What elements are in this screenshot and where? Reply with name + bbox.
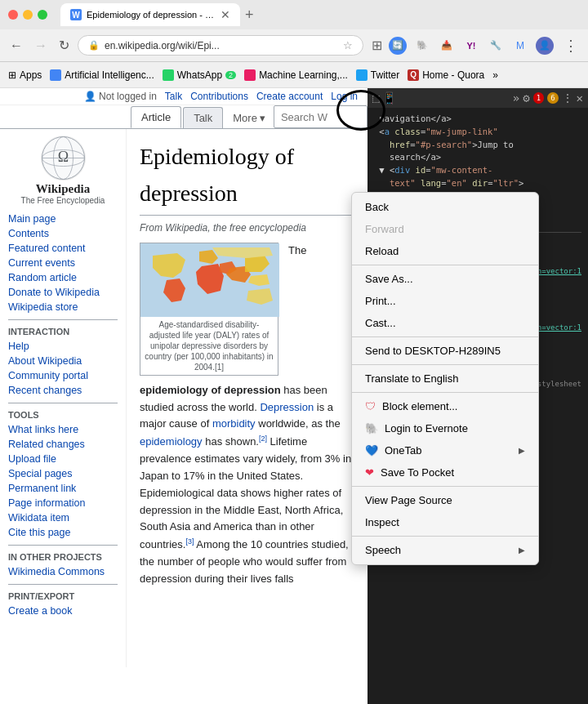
cm-save-as[interactable]: Save As... — [352, 268, 538, 290]
cm-view-source[interactable]: View Page Source — [352, 489, 538, 511]
sidebar-link-permanent[interactable]: Permanent link — [8, 481, 118, 496]
sidebar-nav-main: Main page Contents Featured content Curr… — [8, 212, 118, 314]
sidebar-section-tools: Tools — [8, 410, 118, 420]
sidebar-link-contents[interactable]: Contents — [8, 226, 118, 241]
create-account-link[interactable]: Create account — [256, 91, 323, 102]
sidebar-divider-4 — [8, 584, 118, 585]
extension2-icon[interactable]: 🔧 — [487, 37, 505, 55]
minimize-button[interactable] — [23, 10, 33, 20]
back-button[interactable]: ← — [7, 37, 26, 55]
reload-button[interactable]: ↻ — [56, 36, 73, 55]
traffic-lights[interactable] — [8, 10, 47, 20]
wiki-page: 👤 Not logged in Talk Contributions Creat… — [0, 88, 368, 704]
settings-icon[interactable]: ⚙ — [523, 91, 529, 105]
cm-block-element-label: Block element... — [382, 400, 458, 412]
code-line-6: text" lang="en" dir="ltr"> — [374, 177, 581, 190]
sidebar-section-print: Print/export — [8, 591, 118, 601]
tab-talk[interactable]: Talk — [183, 107, 223, 128]
account-icon[interactable]: M — [511, 37, 529, 55]
sidebar-link-random[interactable]: Random article — [8, 270, 118, 285]
cm-print[interactable]: Print... — [352, 290, 538, 312]
cm-reload[interactable]: Reload — [352, 240, 538, 262]
yahoo-icon[interactable]: Y! — [462, 37, 480, 55]
bookmark-quora[interactable]: Q Home - Quora — [408, 69, 484, 81]
sidebar-link-wikidata[interactable]: Wikidata item — [8, 510, 118, 525]
bookmark-whatsapp[interactable]: WhatsApp 2 — [163, 69, 236, 81]
evernote-icon[interactable]: 🐘 — [413, 37, 431, 55]
star-icon[interactable]: ☆ — [343, 39, 353, 51]
morbidity-link[interactable]: morbidity — [212, 417, 256, 430]
element-picker-icon[interactable]: ⬚ — [372, 91, 379, 105]
active-tab[interactable]: W Epidemiology of depression - W... ✕ — [60, 3, 240, 26]
sidebar-link-current-events[interactable]: Current events — [8, 256, 118, 270]
tab-close-icon[interactable]: ✕ — [220, 8, 230, 21]
sidebar-link-commons[interactable]: Wikimedia Commons — [8, 564, 118, 579]
sidebar-link-page-info[interactable]: Page information — [8, 496, 118, 510]
sidebar-link-about[interactable]: About Wikipedia — [8, 354, 118, 368]
profile-icon[interactable]: 👤 — [536, 37, 554, 55]
cm-translate[interactable]: Translate to English — [352, 368, 538, 390]
cm-cast-label: Cast... — [365, 317, 396, 329]
wiki-logo-title: Wikipedia — [36, 182, 90, 196]
search-input[interactable] — [274, 109, 368, 126]
bookmark-more[interactable]: » — [492, 69, 498, 81]
chrome-cast-icon[interactable]: 🔄 — [389, 37, 407, 55]
cm-send-to-desktop[interactable]: Send to DESKTOP-H289IN5 — [352, 340, 538, 362]
sidebar-link-help[interactable]: Help — [8, 339, 118, 354]
maximize-button[interactable] — [38, 10, 47, 20]
wiki-logo: Ω Wikipedia The Free Encyclopedia — [8, 136, 118, 205]
sidebar-link-recent-changes[interactable]: Recent changes — [8, 383, 118, 398]
contributions-link[interactable]: Contributions — [190, 91, 248, 102]
forward-button[interactable]: → — [31, 37, 51, 55]
devtools-close-icon[interactable]: ✕ — [577, 91, 583, 105]
sidebar-link-community[interactable]: Community portal — [8, 368, 118, 383]
more-dropdown[interactable]: More ▾ — [225, 108, 274, 128]
bookmark-apps[interactable]: ⊞ Apps — [8, 69, 42, 81]
devtools-more-icon[interactable]: » — [513, 91, 519, 105]
sidebar-link-store[interactable]: Wikipedia store — [8, 300, 118, 314]
wiki-logo-image: Ω — [41, 136, 86, 180]
bookmark-twitter[interactable]: Twitter — [356, 69, 399, 81]
menu-button[interactable]: ⋮ — [560, 35, 581, 56]
device-mode-icon[interactable]: 📱 — [382, 91, 396, 105]
tab-bar: W Epidemiology of depression - W... ✕ + — [60, 3, 580, 26]
cm-back[interactable]: Back — [352, 196, 538, 218]
new-tab-button[interactable]: + — [245, 7, 254, 24]
block-element-icon: 🛡 — [365, 400, 376, 412]
sidebar-link-cite[interactable]: Cite this page — [8, 525, 118, 540]
pocket-icon[interactable]: 📥 — [438, 37, 456, 55]
quora-favicon: Q — [408, 69, 419, 81]
chevron-down-icon: ▾ — [260, 112, 265, 124]
sidebar-link-related-changes[interactable]: Related changes — [8, 437, 118, 452]
talk-link[interactable]: Talk — [165, 91, 182, 102]
bookmark-ml[interactable]: Machine Learning,... — [244, 69, 348, 81]
sidebar-link-special[interactable]: Special pages — [8, 466, 118, 481]
cm-onetab[interactable]: 💙 OneTab ▶ — [352, 439, 538, 461]
epidemiology-link[interactable]: epidemiology — [140, 436, 203, 448]
error-badge: 1 — [533, 92, 544, 104]
wiki-search[interactable]: 🔍 — [274, 105, 368, 128]
cm-inspect[interactable]: Inspect — [352, 511, 538, 533]
cm-print-label: Print... — [365, 295, 396, 307]
depression-link[interactable]: Depression — [260, 401, 314, 413]
sidebar-link-create-book[interactable]: Create a book — [8, 604, 118, 618]
cm-block-element[interactable]: 🛡 Block element... — [352, 395, 538, 417]
extensions-icon[interactable]: ⊞ — [372, 38, 382, 53]
bookmark-ai[interactable]: Artificial Intelligenc... — [50, 69, 154, 81]
sidebar-nav-projects: Wikimedia Commons — [8, 564, 118, 579]
cm-speech[interactable]: Speech ▶ — [352, 539, 538, 561]
ref-2: [2] — [259, 434, 267, 443]
cm-evernote[interactable]: 🐘 Login to Evernote — [352, 417, 538, 439]
address-bar[interactable]: 🔒 en.wikipedia.org/wiki/Epi... ☆ — [78, 35, 363, 56]
close-button[interactable] — [8, 10, 18, 20]
sidebar-link-donate[interactable]: Donate to Wikipedia — [8, 285, 118, 300]
login-link[interactable]: Log in — [331, 91, 358, 102]
cm-cast[interactable]: Cast... — [352, 312, 538, 334]
cm-pocket[interactable]: ❤ Save To Pocket — [352, 461, 538, 483]
sidebar-link-main-page[interactable]: Main page — [8, 212, 118, 226]
sidebar-link-featured[interactable]: Featured content — [8, 241, 118, 256]
sidebar-link-upload[interactable]: Upload file — [8, 452, 118, 466]
sidebar-link-what-links[interactable]: What links here — [8, 422, 118, 437]
tab-article[interactable]: Article — [131, 106, 181, 128]
devtools-options-icon[interactable]: ⋮ — [562, 91, 573, 105]
